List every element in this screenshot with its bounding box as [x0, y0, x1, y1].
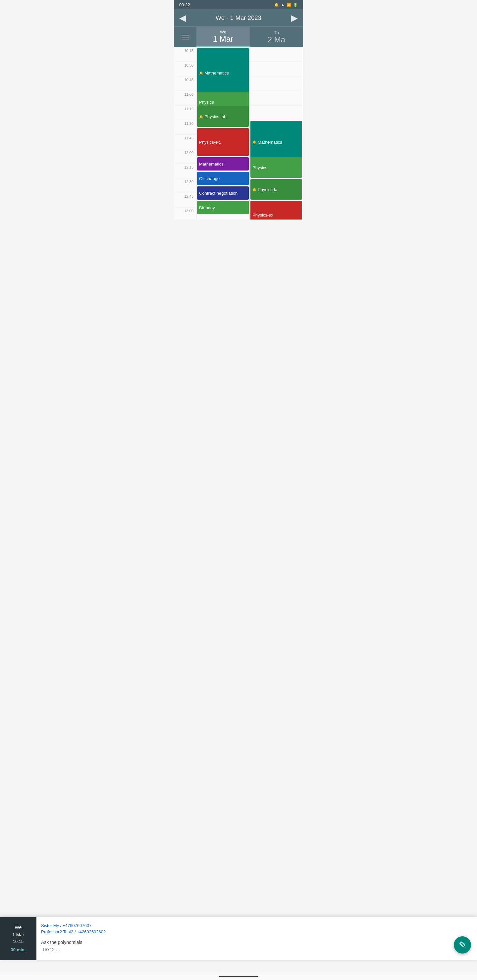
event-label: Mathematics — [204, 70, 229, 75]
event-block[interactable]: Oil change — [197, 172, 249, 185]
day-header-wed[interactable]: We 1 Mar — [196, 27, 250, 47]
event-label: Physics-lab. — [204, 114, 228, 119]
status-time: 09:22 — [179, 2, 190, 7]
day-header-row: We 1 Mar Th 2 Ma — [174, 27, 303, 47]
thu-num: 2 Ma — [268, 35, 285, 45]
next-button[interactable]: ▶ — [289, 10, 300, 26]
time-slot: 10:15 — [174, 47, 196, 62]
event-label: Contract negotiation — [199, 191, 238, 196]
wed-name: We — [220, 29, 226, 35]
thu-name: Th — [274, 30, 279, 35]
event-label: Physics-la — [258, 187, 277, 192]
status-bar: 09:22 🔔 ▲ 📶 🔋 — [174, 0, 303, 9]
nav-title: We - 1 Mar 2023 — [215, 14, 262, 22]
event-block[interactable]: 🔔Physics-la — [250, 179, 302, 200]
event-label: Mathematics — [199, 162, 223, 167]
event-label: Physics — [199, 100, 214, 105]
event-block[interactable]: 🔔Physics-lab. — [197, 106, 249, 127]
event-block[interactable]: Physics-ex. — [197, 128, 249, 156]
wifi-icon: ▲ — [281, 3, 284, 6]
time-slot: 12:30 — [174, 178, 196, 193]
time-slot: 12:45 — [174, 193, 196, 208]
time-slot: 12:00 — [174, 149, 196, 164]
menu-button[interactable] — [174, 27, 196, 47]
day-header-thu[interactable]: Th 2 Ma — [250, 27, 303, 47]
bell-icon: 🔔 — [252, 188, 256, 191]
event-label: Oil change — [199, 176, 220, 181]
bell-icon: 🔔 — [252, 140, 256, 144]
nav-bar: ◀ We - 1 Mar 2023 ▶ — [174, 9, 303, 27]
event-block[interactable]: 🔔Mathematics — [197, 48, 249, 98]
event-block[interactable]: Mathematics — [197, 157, 249, 170]
events-area: 🔔MathematicsPhysics🔔Physics-lab.Physics-… — [196, 47, 303, 220]
calendar-grid: 10:1510:3010:4511:0011:1511:3011:4512:00… — [174, 47, 303, 220]
signal-icon: 📶 — [287, 3, 291, 7]
event-label: Physics-ex — [252, 213, 273, 218]
event-label: Birthday — [199, 205, 215, 210]
bell-icon: 🔔 — [199, 71, 203, 75]
hamburger-icon[interactable] — [182, 35, 189, 40]
time-slot: 11:00 — [174, 91, 196, 106]
time-slot: 11:30 — [174, 120, 196, 135]
wed-num: 1 Mar — [213, 35, 233, 44]
event-label: Mathematics — [258, 140, 282, 145]
time-slot: 10:30 — [174, 62, 196, 76]
time-slot: 12:15 — [174, 164, 196, 178]
thu-column: 🔔MathematicsPhysics🔔Physics-laPhysics-ex… — [250, 47, 303, 220]
battery-icon: 🔋 — [293, 3, 298, 7]
notification-icon: 🔔 — [274, 3, 279, 7]
time-slot: 11:15 — [174, 106, 196, 120]
time-slot: 13:00 — [174, 208, 196, 220]
status-icons: 🔔 ▲ 📶 🔋 — [274, 3, 298, 7]
event-label: Physics-ex. — [199, 140, 221, 145]
time-slot: 11:45 — [174, 135, 196, 149]
wed-column: 🔔MathematicsPhysics🔔Physics-lab.Physics-… — [196, 47, 250, 220]
prev-button[interactable]: ◀ — [177, 10, 188, 26]
time-column: 10:1510:3010:4511:0011:1511:3011:4512:00… — [174, 47, 196, 220]
event-block[interactable]: Contract negotiation — [197, 186, 249, 200]
event-block[interactable]: 🔔Mathematics — [250, 121, 302, 163]
time-slot: 10:45 — [174, 76, 196, 91]
event-label: Physics — [252, 165, 267, 170]
event-block[interactable]: Physics — [250, 157, 302, 178]
event-block[interactable]: Physics-ex — [250, 201, 302, 220]
bell-icon: 🔔 — [199, 115, 203, 119]
event-block[interactable]: Birthday — [197, 201, 249, 214]
